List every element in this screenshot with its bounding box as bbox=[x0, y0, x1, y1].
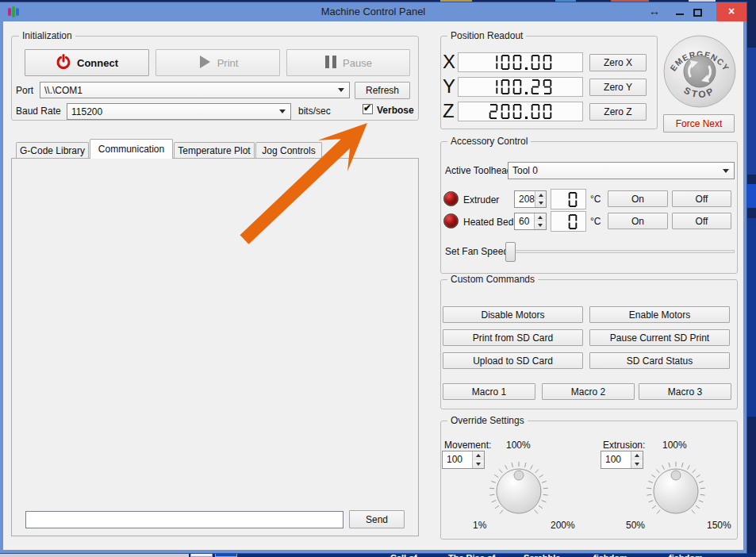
resize-icon[interactable]: ↔ bbox=[649, 5, 660, 17]
tab-communication[interactable]: Communication bbox=[90, 139, 173, 159]
spin-up-icon[interactable] bbox=[631, 451, 643, 460]
pause-sd-print-button[interactable]: Pause Current SD Print bbox=[589, 329, 730, 346]
print-button[interactable]: Print bbox=[155, 49, 280, 76]
tab-gcode-library[interactable]: G-Code Library bbox=[16, 142, 89, 159]
heated-bed-label: Heated Bed bbox=[463, 217, 513, 228]
chevron-down-icon bbox=[338, 88, 344, 92]
sd-card-status-button[interactable]: SD Card Status bbox=[589, 352, 730, 369]
disable-motors-label: Disable Motors bbox=[481, 309, 544, 321]
active-toolhead-combobox[interactable]: Tool 0 bbox=[508, 162, 735, 179]
heated-bed-led-indicator bbox=[443, 213, 459, 229]
spin-up-icon[interactable] bbox=[535, 191, 546, 199]
spin-up-icon[interactable] bbox=[473, 451, 484, 460]
fan-speed-slider-groove[interactable] bbox=[511, 250, 735, 253]
command-input[interactable] bbox=[25, 511, 343, 528]
heated-bed-target-spinner[interactable]: 60 bbox=[514, 213, 547, 230]
baud-rate-combobox[interactable]: 115200 bbox=[67, 103, 291, 120]
emergency-stop-button[interactable]: EMERGENCY STOP bbox=[662, 33, 738, 109]
extrusion-top-label: 100% bbox=[662, 440, 687, 451]
enable-motors-button[interactable]: Enable Motors bbox=[589, 306, 730, 323]
axis-z-label: Z bbox=[443, 100, 455, 122]
chevron-down-icon bbox=[279, 109, 286, 113]
extruder-units-label: °C bbox=[590, 194, 601, 205]
spin-down-icon[interactable] bbox=[473, 460, 484, 469]
extruder-target-spinner[interactable]: 208 bbox=[514, 190, 547, 208]
extrusion-spinner[interactable]: 100 bbox=[601, 451, 643, 469]
extrusion-knob[interactable] bbox=[643, 456, 709, 523]
window-client-area: Initialization Connect Print Pause Po bbox=[3, 21, 743, 550]
macro-3-button[interactable]: Macro 3 bbox=[639, 383, 731, 400]
movement-top-label: 100% bbox=[506, 440, 531, 451]
print-from-sd-button[interactable]: Print from SD Card bbox=[443, 329, 583, 346]
background-fragment bbox=[746, 48, 756, 175]
macro-2-label: Macro 2 bbox=[571, 386, 605, 398]
send-button[interactable]: Send bbox=[349, 510, 405, 528]
maximize-icon[interactable] bbox=[693, 9, 702, 17]
tab-jog-controls[interactable]: Jog Controls bbox=[255, 142, 322, 159]
pause-sd-print-label: Pause Current SD Print bbox=[610, 332, 709, 344]
active-toolhead-value: Tool 0 bbox=[512, 165, 723, 176]
port-label: Port bbox=[16, 85, 33, 96]
close-button[interactable]: × bbox=[716, 2, 746, 21]
zero-y-button[interactable]: Zero Y bbox=[589, 79, 647, 96]
zero-z-label: Zero Z bbox=[604, 106, 631, 117]
extruder-on-button[interactable]: On bbox=[608, 190, 668, 207]
zero-z-button[interactable]: Zero Z bbox=[589, 103, 647, 121]
port-combobox[interactable]: \\.\COM1 bbox=[40, 82, 350, 98]
movement-min-label: 1% bbox=[473, 520, 486, 531]
connect-button[interactable]: Connect bbox=[25, 49, 149, 76]
position-readout-group-label: Position Readout bbox=[447, 30, 526, 41]
background-game-title: fishdom bbox=[593, 553, 627, 557]
heated-bed-target-value: 60 bbox=[515, 213, 534, 229]
disable-motors-button[interactable]: Disable Motors bbox=[443, 306, 583, 323]
verbose-label: Verbose bbox=[377, 105, 414, 116]
window-title: Machine Control Panel bbox=[0, 6, 746, 17]
movement-value: 100 bbox=[443, 451, 472, 468]
titlebar[interactable]: Machine Control Panel ↔ × bbox=[0, 2, 746, 21]
zero-x-button[interactable]: Zero X bbox=[589, 54, 647, 71]
custom-commands-group-label: Custom Commands bbox=[447, 274, 538, 285]
verbose-checkbox[interactable]: ✔ bbox=[363, 104, 373, 114]
heated-bed-temp-display bbox=[551, 211, 586, 232]
refresh-button[interactable]: Refresh bbox=[355, 82, 410, 99]
accessory-control-group-label: Accessory Control bbox=[447, 136, 531, 147]
background-fragment bbox=[746, 184, 756, 208]
override-settings-group-label: Override Settings bbox=[447, 415, 528, 426]
macro-1-button[interactable]: Macro 1 bbox=[443, 383, 535, 400]
fan-speed-slider-handle[interactable] bbox=[505, 242, 516, 262]
macro-3-label: Macro 3 bbox=[668, 386, 702, 398]
position-z-display bbox=[458, 102, 583, 121]
communication-tab-panel bbox=[11, 158, 419, 536]
heated-bed-off-button[interactable]: Off bbox=[672, 213, 731, 229]
background-game-title: Scrabble bbox=[524, 553, 560, 557]
force-next-button[interactable]: Force Next bbox=[663, 114, 735, 133]
minimize-icon[interactable] bbox=[676, 13, 684, 15]
axis-x-label: X bbox=[443, 51, 455, 73]
background-fragment bbox=[190, 553, 213, 557]
extruder-off-button[interactable]: Off bbox=[672, 190, 731, 207]
spin-down-icon[interactable] bbox=[535, 199, 546, 207]
baud-units-label: bits/sec bbox=[298, 106, 331, 117]
movement-spinner[interactable]: 100 bbox=[442, 451, 485, 469]
sd-card-status-label: SD Card Status bbox=[627, 355, 693, 367]
pause-button[interactable]: Pause bbox=[286, 49, 410, 76]
heated-bed-temp-value bbox=[566, 214, 578, 229]
background-game-title: Call of bbox=[390, 553, 417, 557]
spin-down-icon[interactable] bbox=[535, 221, 546, 229]
position-y-value bbox=[488, 79, 554, 94]
heated-bed-off-label: Off bbox=[696, 216, 708, 227]
background-webpage-strip: Call of The Rise of Scrabble fishdom fis… bbox=[0, 553, 756, 557]
machine-control-panel-window: Machine Control Panel ↔ × Initialization… bbox=[0, 2, 746, 553]
macro-2-button[interactable]: Macro 2 bbox=[542, 383, 635, 400]
spin-up-icon[interactable] bbox=[535, 213, 546, 221]
extruder-led-indicator bbox=[443, 191, 459, 206]
initialization-group-label: Initialization bbox=[19, 30, 75, 41]
heated-bed-on-button[interactable]: On bbox=[608, 213, 668, 229]
tab-temperature-plot[interactable]: Temperature Plot bbox=[174, 142, 255, 159]
upload-to-sd-button[interactable]: Upload to SD Card bbox=[443, 352, 583, 369]
knob-indicator-dot bbox=[514, 471, 524, 480]
movement-knob[interactable] bbox=[485, 456, 552, 523]
active-toolhead-label: Active Toolhead bbox=[445, 165, 512, 176]
spin-down-icon[interactable] bbox=[631, 460, 643, 469]
extrusion-value: 100 bbox=[601, 451, 631, 468]
